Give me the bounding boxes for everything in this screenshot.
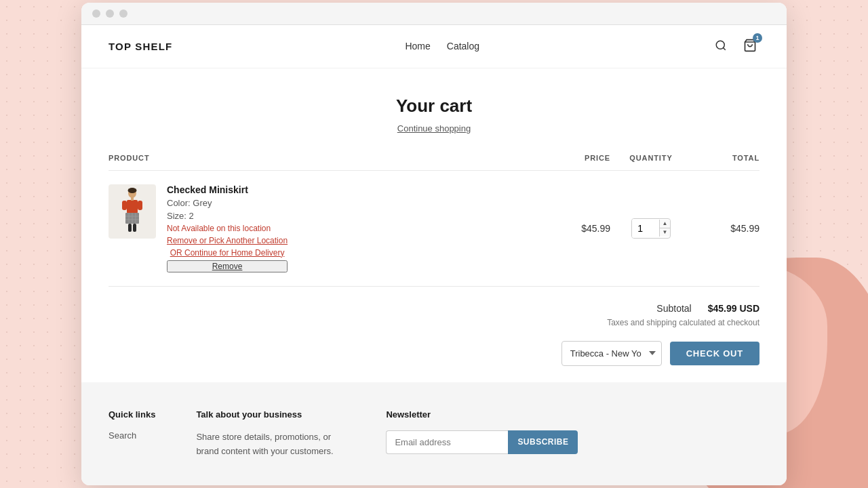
business-description: Share store details, promotions, or bran… bbox=[196, 430, 345, 459]
item-total: $45.99 bbox=[692, 170, 760, 286]
nav-catalog[interactable]: Catalog bbox=[447, 41, 479, 52]
footer-newsletter: Newsletter SUBSCRIBE bbox=[386, 409, 578, 459]
col-total: TOTAL bbox=[692, 154, 760, 171]
newsletter-form: SUBSCRIBE bbox=[386, 430, 578, 454]
quantity-arrows: ▲ ▼ bbox=[659, 220, 671, 237]
subtotal-row: Subtotal $45.99 USD bbox=[108, 303, 760, 314]
cart-item-row: Checked Miniskirt Color: Grey Size: 2 No… bbox=[108, 170, 760, 286]
svg-point-4 bbox=[128, 188, 137, 193]
pick-location-link[interactable]: Remove or Pick Another Location bbox=[167, 236, 288, 245]
product-cell: Checked Miniskirt Color: Grey Size: 2 No… bbox=[108, 170, 529, 286]
header-actions: 1 bbox=[712, 36, 760, 57]
checkout-button[interactable]: CHECK OUT bbox=[670, 342, 760, 365]
location-select[interactable]: Tribecca - New Yo bbox=[561, 341, 662, 366]
checkout-row: Tribecca - New Yo CHECK OUT bbox=[108, 341, 760, 366]
quick-links-heading: Quick links bbox=[108, 409, 155, 420]
cart-button[interactable]: 1 bbox=[741, 36, 760, 57]
item-quantity-cell: ▲ ▼ bbox=[610, 170, 692, 286]
product-image bbox=[108, 184, 156, 239]
remove-item-link[interactable]: Remove bbox=[167, 260, 288, 272]
search-icon bbox=[715, 39, 727, 52]
svg-rect-16 bbox=[131, 197, 134, 201]
browser-window: TOP SHELF Home Catalog 1 Your cart Conti… bbox=[81, 3, 787, 486]
main-nav: Home Catalog bbox=[405, 41, 479, 52]
search-button[interactable] bbox=[712, 37, 730, 56]
product-figure-svg bbox=[115, 188, 149, 235]
cart-badge: 1 bbox=[753, 33, 762, 43]
main-content: Your cart Continue shopping PRODUCT PRIC… bbox=[81, 68, 787, 382]
col-product: PRODUCT bbox=[108, 154, 529, 171]
store-footer: Quick links Search Talk about your busin… bbox=[81, 382, 787, 486]
cart-table: PRODUCT PRICE QUANTITY TOTAL bbox=[108, 154, 760, 287]
subtotal-label: Subtotal bbox=[656, 303, 691, 314]
subtotal-value: $45.99 USD bbox=[708, 303, 760, 314]
store-header: TOP SHELF Home Catalog 1 bbox=[81, 25, 787, 68]
col-quantity: QUANTITY bbox=[610, 154, 692, 171]
product-size: Size: 2 bbox=[167, 211, 288, 221]
quantity-stepper[interactable]: ▲ ▼ bbox=[631, 218, 671, 239]
product-warning: Not Available on this location bbox=[167, 224, 288, 233]
col-price: PRICE bbox=[529, 154, 610, 171]
svg-rect-15 bbox=[138, 201, 142, 210]
cart-table-header: PRODUCT PRICE QUANTITY TOTAL bbox=[108, 154, 760, 171]
store-logo: TOP SHELF bbox=[108, 41, 172, 52]
tax-note: Taxes and shipping calculated at checkou… bbox=[108, 318, 760, 327]
footer-search-link[interactable]: Search bbox=[108, 430, 155, 441]
svg-rect-13 bbox=[133, 224, 136, 232]
item-price: $45.99 bbox=[529, 170, 610, 286]
footer-business: Talk about your business Share store det… bbox=[196, 409, 345, 459]
product-color: Color: Grey bbox=[167, 198, 288, 208]
product-name: Checked Miniskirt bbox=[167, 184, 288, 195]
svg-line-1 bbox=[723, 47, 725, 49]
browser-dot-min bbox=[106, 9, 114, 18]
browser-dot-close bbox=[92, 9, 100, 18]
nav-home[interactable]: Home bbox=[405, 41, 430, 52]
newsletter-heading: Newsletter bbox=[386, 409, 578, 420]
product-info: Checked Miniskirt Color: Grey Size: 2 No… bbox=[167, 184, 288, 272]
quantity-input[interactable] bbox=[632, 219, 659, 238]
qty-down-arrow[interactable]: ▼ bbox=[660, 228, 671, 237]
svg-rect-5 bbox=[127, 200, 138, 214]
business-heading: Talk about your business bbox=[196, 409, 345, 420]
browser-chrome bbox=[81, 3, 787, 25]
cart-summary: Subtotal $45.99 USD Taxes and shipping c… bbox=[108, 287, 760, 382]
home-delivery-link[interactable]: OR Continue for Home Delivery bbox=[167, 248, 288, 258]
footer-quick-links: Quick links Search bbox=[108, 409, 155, 459]
continue-shopping-link[interactable]: Continue shopping bbox=[108, 123, 760, 134]
svg-rect-14 bbox=[122, 201, 127, 210]
cart-title: Your cart bbox=[108, 96, 760, 117]
browser-dot-max bbox=[119, 9, 127, 18]
svg-point-0 bbox=[716, 41, 724, 49]
svg-rect-12 bbox=[128, 224, 132, 232]
subscribe-button[interactable]: SUBSCRIBE bbox=[508, 430, 578, 454]
email-input[interactable] bbox=[386, 430, 508, 454]
qty-up-arrow[interactable]: ▲ bbox=[660, 220, 671, 228]
